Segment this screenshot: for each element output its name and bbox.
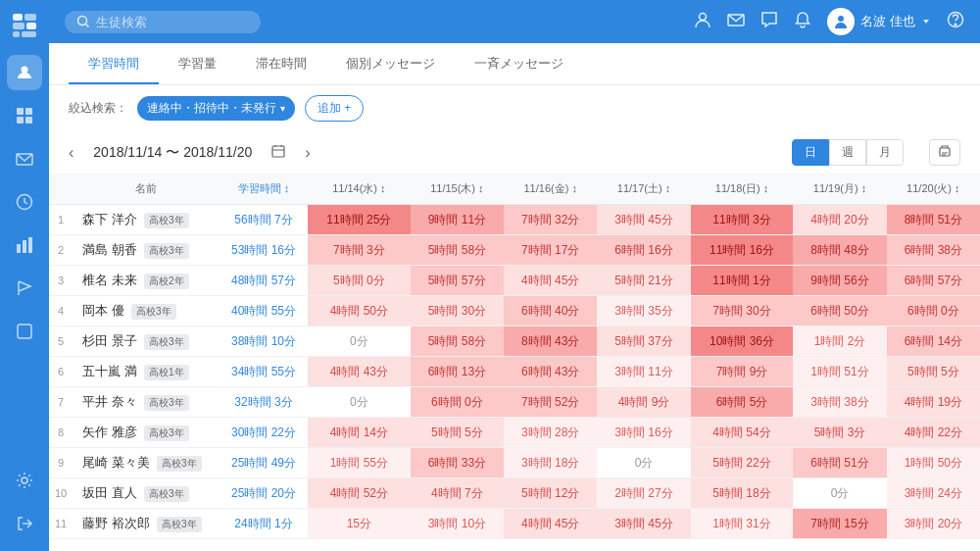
view-month-button[interactable]: 月 [866, 139, 904, 166]
tab-stay-time[interactable]: 滞在時間 [236, 43, 326, 84]
total-cell: 25時間 49分 [220, 448, 308, 478]
svg-rect-16 [18, 325, 31, 338]
name-cell: 五十嵐 満 高校1年 [73, 357, 220, 387]
col-name: 名前 [73, 174, 220, 205]
tab-broadcast-message[interactable]: 一斉メッセージ [455, 43, 583, 84]
mail-icon[interactable] [727, 11, 745, 32]
name-cell: 坂田 直人 高校3年 [73, 478, 220, 509]
table-row: 10 坂田 直人 高校3年 25時間 20分 4時間 52分4時間 7分5時間 … [49, 478, 980, 509]
prev-button[interactable]: ‹ [69, 144, 74, 162]
rank-cell: 5 [49, 326, 73, 357]
calendar-icon[interactable] [271, 144, 285, 161]
day-cell: 5時間 22分 [691, 448, 794, 478]
day-cell: 8時間 43分 [504, 326, 597, 357]
col-total[interactable]: 学習時間 ↕ [220, 174, 308, 205]
rank-cell: 4 [49, 296, 73, 326]
day-cell: 0分 [308, 326, 411, 357]
col-1118[interactable]: 11/18(日) ↕ [691, 174, 794, 205]
day-cell: 4時間 50分 [308, 296, 411, 326]
nav-icons: 名波 佳也 [694, 8, 964, 35]
day-cell: 6時間 0分 [411, 387, 504, 418]
day-cell: 7時間 17分 [504, 235, 597, 266]
name-cell: 矢作 雅彦 高校3年 [73, 418, 220, 448]
add-button[interactable]: 追加 + [305, 95, 364, 122]
search-input[interactable] [96, 15, 233, 29]
next-button[interactable]: › [305, 144, 310, 162]
day-cell: 5時間 12分 [504, 478, 597, 509]
total-cell: 25時間 20分 [220, 478, 308, 509]
sidebar-item-mail[interactable] [7, 141, 42, 176]
sidebar-item-flag[interactable] [7, 271, 42, 306]
data-table: 名前 学習時間 ↕ 11/14(水) ↕ 11/15(木) ↕ 11/16(金)… [49, 174, 980, 551]
svg-point-6 [22, 67, 28, 74]
day-cell: 7時間 3分 [308, 235, 411, 266]
day-cell: 8時間 51分 [887, 205, 980, 235]
day-cell: 3時間 18分 [504, 448, 597, 478]
day-cell: 6時間 13分 [411, 357, 504, 387]
filter-chip[interactable]: 連絡中・招待中・未発行 ▾ [137, 96, 295, 121]
svg-rect-13 [17, 244, 21, 253]
rank-cell: 8 [49, 418, 73, 448]
name-cell: 平井 奈々 高校3年 [73, 387, 220, 418]
sidebar-item-clock[interactable] [7, 184, 42, 220]
view-week-button[interactable]: 週 [829, 139, 866, 166]
sidebar-item-settings[interactable] [7, 463, 42, 498]
day-cell: 5時間 58分 [411, 235, 504, 266]
table-row: 1 森下 洋介 高校3年 56時間 7分 11時間 25分9時間 11分7時間 … [49, 205, 980, 235]
name-cell: 岡本 優 高校3年 [73, 296, 220, 326]
day-cell: 15分 [308, 509, 411, 539]
table-row: 3 椎名 未来 高校2年 48時間 57分 5時間 0分5時間 57分4時間 4… [49, 266, 980, 296]
sidebar-item-box[interactable] [7, 314, 42, 349]
day-cell: 6時間 0分 [887, 296, 980, 326]
rank-cell: 1 [49, 205, 73, 235]
total-cell: 40時間 55分 [220, 296, 308, 326]
person-icon[interactable] [694, 11, 711, 32]
sidebar-item-student[interactable] [7, 55, 42, 90]
view-toggle: 日 週 月 [792, 139, 904, 166]
col-1115[interactable]: 11/15(木) ↕ [411, 174, 504, 205]
view-day-button[interactable]: 日 [792, 139, 829, 166]
user-badge[interactable]: 名波 佳也 [827, 8, 931, 35]
date-range: 2018/11/14 〜 2018/11/20 [93, 144, 252, 162]
chat-icon[interactable] [760, 11, 778, 32]
day-cell: 6時間 51分 [793, 448, 886, 478]
rank-cell: 10 [49, 478, 73, 509]
total-cell: 34時間 55分 [220, 357, 308, 387]
day-cell: 3時間 38分 [793, 387, 886, 418]
sidebar-item-chart[interactable] [7, 227, 42, 263]
day-cell: 4時間 7分 [411, 478, 504, 509]
tab-individual-message[interactable]: 個別メッセージ [326, 43, 455, 84]
bell-icon[interactable] [794, 11, 811, 32]
search-box[interactable] [65, 11, 261, 33]
day-cell: 5時間 21分 [597, 266, 690, 296]
day-cell: 4時間 22分 [887, 418, 980, 448]
col-1116[interactable]: 11/16(金) ↕ [504, 174, 597, 205]
day-cell: 5時間 18分 [691, 478, 794, 509]
name-cell: 尾崎 菜々美 高校3年 [73, 448, 220, 478]
total-cell: 30時間 22分 [220, 418, 308, 448]
svg-rect-14 [23, 240, 26, 253]
day-cell: 6時間 33分 [411, 448, 504, 478]
print-button[interactable] [929, 139, 960, 166]
col-1119[interactable]: 11/19(月) ↕ [793, 174, 886, 205]
col-1117[interactable]: 11/17(土) ↕ [597, 174, 690, 205]
col-1120[interactable]: 11/20(火) ↕ [887, 174, 980, 205]
day-cell: 4時間 45分 [504, 509, 597, 539]
col-1114[interactable]: 11/14(水) ↕ [308, 174, 411, 205]
help-icon[interactable] [947, 11, 964, 32]
tab-study-amount[interactable]: 学習量 [159, 43, 236, 84]
rank-cell: 2 [49, 235, 73, 266]
sidebar-item-grid[interactable] [7, 98, 42, 133]
rank-cell: 3 [49, 266, 73, 296]
day-cell: 7時間 15分 [793, 509, 886, 539]
total-cell: 53時間 16分 [220, 235, 308, 266]
day-cell: 5時間 5分 [887, 357, 980, 387]
day-cell: 1時間 51分 [793, 357, 886, 387]
svg-rect-4 [13, 31, 20, 37]
sidebar-item-logout[interactable] [7, 506, 42, 541]
svg-rect-8 [25, 108, 32, 115]
total-cell: 32時間 3分 [220, 387, 308, 418]
day-cell: 1時間 50分 [887, 448, 980, 478]
tab-study-time[interactable]: 学習時間 [69, 43, 159, 84]
day-cell: 6時間 57分 [887, 266, 980, 296]
